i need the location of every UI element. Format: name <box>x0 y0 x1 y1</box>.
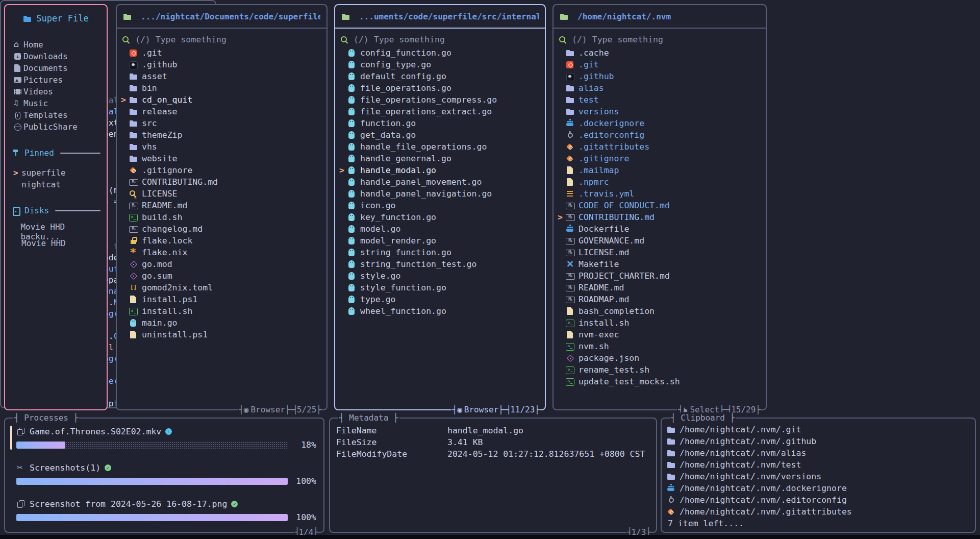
file-row[interactable]: style_function.go <box>335 282 545 293</box>
file-row[interactable]: type.go <box>335 293 545 305</box>
sidebar-item[interactable]: Movie HHD backu... <box>11 226 100 237</box>
file-row[interactable]: cd_on_quit <box>117 94 326 106</box>
file-row[interactable]: .editorconfig <box>554 129 766 141</box>
file-row[interactable]: .github <box>554 70 766 82</box>
file-row[interactable]: PROJECT_CHARTER.md <box>554 270 766 282</box>
file-row[interactable]: style.go <box>335 270 545 282</box>
eye-icon: ◉ <box>244 404 249 415</box>
file-row[interactable]: handle_genernal.go <box>335 153 545 164</box>
file-row[interactable]: .travis.yml <box>554 188 766 200</box>
file-row[interactable]: model_render.go <box>335 235 545 247</box>
file-row[interactable]: release <box>117 106 326 117</box>
sidebar-item[interactable]: nightcat <box>11 179 100 190</box>
file-row[interactable]: Makefile <box>554 258 766 270</box>
file-row[interactable]: file_operations.go <box>335 82 545 94</box>
file-row[interactable]: handle_file_operations.go <box>335 141 545 153</box>
pinned-section-header: Pinned <box>11 148 100 158</box>
file-row[interactable]: changelog.md <box>117 223 326 235</box>
process-item[interactable]: Screenshot from 2024-05-26 16-08-17.png … <box>16 498 316 522</box>
file-row[interactable]: LICENSE.md <box>554 247 766 258</box>
file-row[interactable]: .cache <box>554 47 766 59</box>
file-row[interactable]: themeZip <box>117 129 326 141</box>
file-row[interactable]: test <box>554 94 766 106</box>
sidebar-item[interactable]: PublicShare <box>11 121 100 133</box>
file-row[interactable]: build.sh <box>117 211 326 223</box>
file-row[interactable]: go.mod <box>117 258 326 270</box>
file-row[interactable]: README.md <box>117 200 326 211</box>
file-row[interactable]: bash_completion <box>554 305 766 317</box>
sidebar-item[interactable]: Pictures <box>11 74 100 86</box>
file-row[interactable]: Dockerfile <box>554 223 766 235</box>
file-row[interactable]: .git <box>554 59 766 70</box>
file-row[interactable]: key_function.go <box>335 211 545 223</box>
file-row[interactable]: CONTRIBUTING.md <box>117 176 326 188</box>
file-row[interactable]: .github <box>117 59 326 70</box>
panel-3-search[interactable]: (/) Type something <box>559 33 766 46</box>
file-row[interactable]: flake.nix <box>117 247 326 258</box>
file-row[interactable]: ROADMAP.md <box>554 293 766 305</box>
sidebar-item[interactable]: Videos <box>11 86 100 97</box>
sh-icon <box>566 342 575 351</box>
file-row[interactable]: rename_test.sh <box>554 364 766 376</box>
file-row[interactable]: CONTRIBUTING.md <box>554 211 766 223</box>
file-row[interactable]: get_data.go <box>335 129 545 141</box>
file-row[interactable]: main.go <box>117 317 326 329</box>
file-row[interactable]: file_operations_compress.go <box>335 94 545 106</box>
file-row[interactable]: function.go <box>335 117 545 129</box>
file-row[interactable]: uninstall.ps1 <box>117 329 326 340</box>
file-row[interactable]: vhs <box>117 141 326 153</box>
file-row[interactable]: install.sh <box>117 305 326 317</box>
sidebar-item[interactable]: Movie HHD <box>11 237 100 249</box>
sidebar-item[interactable]: Downloads <box>11 51 100 62</box>
file-row[interactable]: model.go <box>335 223 545 235</box>
file-row[interactable]: string_function.go <box>335 247 545 258</box>
file-row[interactable]: icon.go <box>335 200 545 211</box>
sidebar-item[interactable]: Home <box>11 39 100 51</box>
file-row[interactable]: CODE_OF_CONDUCT.md <box>554 200 766 211</box>
file-row[interactable]: string_function_test.go <box>335 258 545 270</box>
panel-1-search[interactable]: (/) Type something <box>122 33 326 46</box>
process-name: Game.of.Thrones.S02E02.mkv <box>30 427 161 436</box>
file-row[interactable]: README.md <box>554 282 766 293</box>
file-row[interactable]: update_test_mocks.sh <box>554 376 766 387</box>
file-row[interactable]: default_config.go <box>335 70 545 82</box>
file-row[interactable]: gomod2nix.toml <box>117 282 326 293</box>
clipboard-item: /home/nightcat/.nvm/versions <box>667 471 969 482</box>
file-row[interactable]: LICENSE <box>117 188 326 200</box>
process-item[interactable]: Screenshots(1) 100% <box>16 462 316 486</box>
sidebar-item[interactable]: Templates <box>11 109 100 121</box>
file-row[interactable]: .npmrc <box>554 176 766 188</box>
file-row[interactable]: .gitignore <box>554 153 766 164</box>
sidebar-item[interactable]: Music <box>11 97 100 109</box>
file-row[interactable]: go.sum <box>117 270 326 282</box>
sidebar-item[interactable]: superfile <box>11 167 100 179</box>
file-row[interactable]: config_function.go <box>335 47 545 59</box>
file-row[interactable]: .dockerignore <box>554 117 766 129</box>
file-row[interactable]: .mailmap <box>554 164 766 176</box>
process-item[interactable]: Game.of.Thrones.S02E02.mkv 18% <box>16 426 316 450</box>
sidebar-item[interactable]: Documents <box>11 62 100 74</box>
file-row[interactable]: nvm-exec <box>554 329 766 340</box>
file-row[interactable]: website <box>117 153 326 164</box>
file-row[interactable]: flake.lock <box>117 235 326 247</box>
panel-2-search[interactable]: (/) Type something <box>340 33 545 46</box>
file-row[interactable]: install.ps1 <box>117 293 326 305</box>
file-row[interactable]: alias <box>554 82 766 94</box>
file-row[interactable]: install.sh <box>554 317 766 329</box>
file-row[interactable]: handle_modal.go <box>335 164 545 176</box>
file-row[interactable]: wheel_function.go <box>335 305 545 317</box>
file-row[interactable]: nvm.sh <box>554 340 766 352</box>
file-row[interactable]: file_operations_extract.go <box>335 106 545 117</box>
file-row[interactable]: .gitignore <box>117 164 326 176</box>
file-row[interactable]: package.json <box>554 352 766 364</box>
file-row[interactable]: asset <box>117 70 326 82</box>
file-row[interactable]: .git <box>117 47 326 59</box>
file-row[interactable]: config_type.go <box>335 59 545 70</box>
file-row[interactable]: GOVERNANCE.md <box>554 235 766 247</box>
file-row[interactable]: src <box>117 117 326 129</box>
file-row[interactable]: bin <box>117 82 326 94</box>
file-row[interactable]: handle_panel_navigation.go <box>335 188 545 200</box>
file-row[interactable]: handle_panel_movement.go <box>335 176 545 188</box>
file-row[interactable]: versions <box>554 106 766 117</box>
file-row[interactable]: .gitattributes <box>554 141 766 153</box>
